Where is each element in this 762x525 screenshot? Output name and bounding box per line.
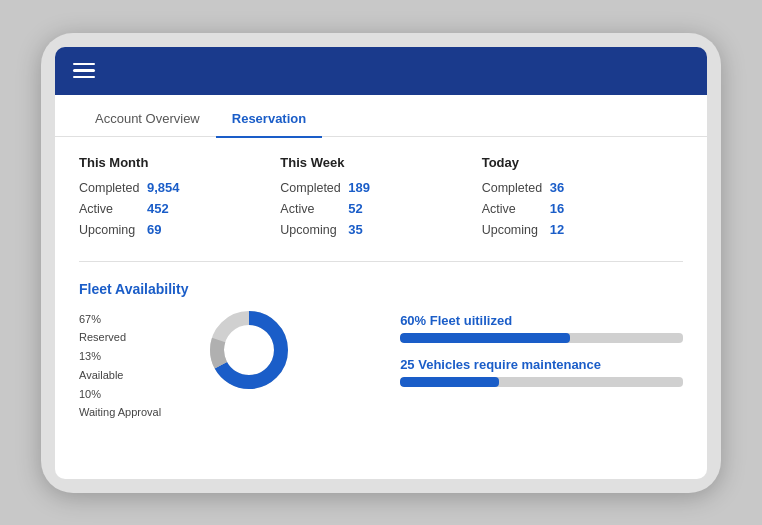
table-row: Completed 189: [280, 180, 481, 195]
svg-point-3: [227, 328, 271, 372]
stats-this-week: This Week Completed 189 Active 52 Upcomi…: [280, 155, 481, 243]
stat-label: Active: [482, 202, 550, 216]
stat-label: Upcoming: [280, 223, 348, 237]
table-row: Upcoming 12: [482, 222, 683, 237]
fleet-legend: Fleet Availability 67% Reserved 13% Avai…: [79, 278, 188, 422]
stat-label: Active: [280, 202, 348, 216]
progress-bar-maintenance-bg: [400, 377, 683, 387]
legend-item: Waiting Approval: [79, 403, 188, 422]
fleet-utilized-label: 60% Fleet uitilized: [400, 313, 683, 328]
table-row: Upcoming 35: [280, 222, 481, 237]
content-area: Account Overview Reservation This Month …: [55, 95, 707, 479]
stat-label: Completed: [482, 181, 550, 195]
legend-item: 67%: [79, 310, 188, 329]
fleet-title: Fleet Availability: [79, 278, 188, 302]
legend-item: Available: [79, 366, 188, 385]
stat-value: 36: [550, 180, 564, 195]
fleet-stat-maintenance: 25 Vehicles require maintenance: [400, 357, 683, 387]
progress-bar-utilized-fill: [400, 333, 570, 343]
stat-value: 52: [348, 201, 362, 216]
stat-label: Completed: [280, 181, 348, 195]
stats-this-month: This Month Completed 9,854 Active 452 Up…: [79, 155, 280, 243]
stat-value: 16: [550, 201, 564, 216]
top-bar: [55, 47, 707, 95]
stat-value: 189: [348, 180, 370, 195]
stats-section: This Month Completed 9,854 Active 452 Up…: [79, 155, 683, 262]
legend-item: Reserved: [79, 328, 188, 347]
fleet-maintenance-label: 25 Vehicles require maintenance: [400, 357, 683, 372]
this-week-title: This Week: [280, 155, 481, 170]
stat-value: 12: [550, 222, 564, 237]
stat-label: Upcoming: [482, 223, 550, 237]
this-month-title: This Month: [79, 155, 280, 170]
donut-chart: [204, 305, 294, 395]
fleet-section: Fleet Availability 67% Reserved 13% Avai…: [79, 262, 683, 422]
tabs: Account Overview Reservation: [55, 95, 707, 138]
stat-value: 69: [147, 222, 161, 237]
table-row: Completed 36: [482, 180, 683, 195]
tab-account-overview[interactable]: Account Overview: [79, 99, 216, 138]
stat-value: 9,854: [147, 180, 180, 195]
main-content: This Month Completed 9,854 Active 452 Up…: [55, 137, 707, 479]
stat-value: 452: [147, 201, 169, 216]
fleet-left: Fleet Availability 67% Reserved 13% Avai…: [79, 278, 390, 422]
tab-reservation[interactable]: Reservation: [216, 99, 322, 138]
device-frame: Account Overview Reservation This Month …: [41, 33, 721, 493]
stat-value: 35: [348, 222, 362, 237]
today-title: Today: [482, 155, 683, 170]
progress-bar-utilized-bg: [400, 333, 683, 343]
legend-item: 13%: [79, 347, 188, 366]
table-row: Upcoming 69: [79, 222, 280, 237]
table-row: Completed 9,854: [79, 180, 280, 195]
hamburger-icon[interactable]: [73, 63, 95, 79]
table-row: Active 52: [280, 201, 481, 216]
table-row: Active 452: [79, 201, 280, 216]
stat-label: Upcoming: [79, 223, 147, 237]
progress-bar-maintenance-fill: [400, 377, 499, 387]
fleet-right: 60% Fleet uitilized 25 Vehicles require …: [390, 278, 683, 422]
legend-item: 10%: [79, 385, 188, 404]
fleet-stat-utilized: 60% Fleet uitilized: [400, 313, 683, 343]
stat-label: Completed: [79, 181, 147, 195]
table-row: Active 16: [482, 201, 683, 216]
stats-today: Today Completed 36 Active 16 Upcoming 12: [482, 155, 683, 243]
stat-label: Active: [79, 202, 147, 216]
